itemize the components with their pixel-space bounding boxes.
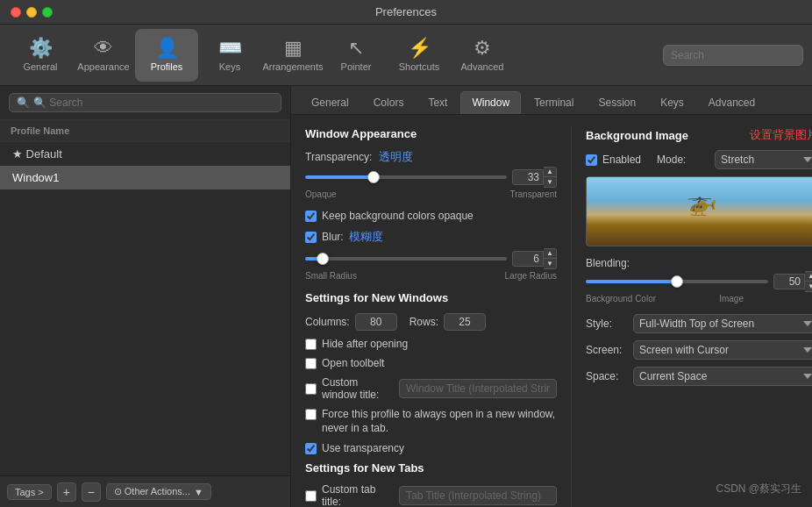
toolbar-item-keys[interactable]: ⌨️ Keys bbox=[198, 29, 261, 82]
toolbar-item-pointer[interactable]: ↖ Pointer bbox=[324, 29, 388, 82]
sidebar-search-input[interactable] bbox=[33, 96, 274, 109]
bg-enabled-label: Enabled bbox=[602, 154, 641, 166]
bg-enabled-checkbox[interactable] bbox=[586, 154, 597, 166]
remove-profile-button[interactable]: − bbox=[82, 482, 101, 502]
blur-value-input[interactable] bbox=[512, 251, 544, 267]
hide-after-opening-row: Hide after opening bbox=[305, 338, 557, 350]
window-appearance-title: Window Appearance bbox=[305, 127, 557, 140]
tab-window[interactable]: Window bbox=[460, 91, 521, 114]
transparency-value-input[interactable] bbox=[512, 169, 544, 185]
close-button[interactable] bbox=[11, 7, 21, 18]
blending-slider[interactable] bbox=[586, 280, 768, 283]
main: 🔍 Profile Name ★ Default Window1 Tags > … bbox=[0, 86, 812, 507]
toolbar-label-appearance: Appearance bbox=[77, 61, 129, 72]
blending-stepper: ▲ ▼ bbox=[805, 271, 812, 292]
blending-slider-wrap: ▲ ▼ bbox=[586, 271, 812, 292]
sidebar-bottom-bar: Tags > + − ⊙ Other Actions... ▼ bbox=[0, 475, 290, 507]
space-select[interactable]: Current Space All Spaces bbox=[633, 367, 812, 386]
screen-select[interactable]: Screen with Cursor Screen with Mouse Mai… bbox=[633, 340, 812, 360]
columns-input[interactable] bbox=[355, 313, 397, 331]
rows-label: Rows: bbox=[410, 316, 438, 328]
tab-terminal[interactable]: Terminal bbox=[523, 91, 585, 114]
blur-stepper: ▲ ▼ bbox=[544, 248, 557, 269]
force-new-window-label: Force this profile to always open in a n… bbox=[322, 408, 557, 435]
blur-step-down[interactable]: ▼ bbox=[544, 259, 556, 268]
shortcuts-icon: ⚡ bbox=[408, 39, 431, 58]
tab-bar: General Colors Text Window Terminal Sess… bbox=[291, 86, 812, 115]
custom-window-title-row: Custom window title: bbox=[305, 376, 557, 401]
custom-window-title-input[interactable] bbox=[399, 379, 557, 398]
style-select[interactable]: Full-Width Top of Screen Normal No Title… bbox=[633, 314, 812, 333]
toolbar-item-appearance[interactable]: 👁 Appearance bbox=[72, 29, 135, 82]
blur-checkbox-row: Blur: 模糊度 bbox=[305, 229, 557, 245]
blending-step-down[interactable]: ▼ bbox=[805, 282, 812, 291]
profiles-icon: 👤 bbox=[155, 39, 179, 58]
use-transparency-checkbox[interactable] bbox=[305, 443, 317, 454]
list-item-window1[interactable]: Window1 bbox=[0, 166, 290, 189]
open-toolbelt-row: Open toolbelt bbox=[305, 357, 557, 369]
tab-text[interactable]: Text bbox=[417, 91, 459, 114]
force-new-window-checkbox[interactable] bbox=[305, 409, 317, 420]
blending-value-input[interactable] bbox=[773, 274, 805, 289]
hide-after-opening-checkbox[interactable] bbox=[305, 339, 317, 350]
toolbar-item-general[interactable]: ⚙️ General bbox=[9, 29, 72, 82]
other-actions-button[interactable]: ⊙ Other Actions... ▼ bbox=[106, 483, 211, 500]
minimize-button[interactable] bbox=[26, 7, 37, 18]
custom-tab-title-checkbox[interactable] bbox=[305, 490, 317, 502]
mode-select[interactable]: Stretch Tile Aspect Fill bbox=[715, 150, 812, 169]
screen-label: Screen: bbox=[586, 344, 628, 356]
open-toolbelt-checkbox[interactable] bbox=[305, 358, 317, 369]
toolbar-item-profiles[interactable]: 👤 Profiles bbox=[135, 29, 198, 82]
traffic-lights bbox=[11, 7, 53, 18]
transparency-label: Transparency: bbox=[305, 151, 372, 163]
appearance-icon: 👁 bbox=[94, 39, 113, 58]
toolbar-label-arrangements: Arrangements bbox=[262, 61, 323, 72]
transparency-max-label: Transparent bbox=[509, 189, 557, 199]
bg-header: Background Image 设置背景图片 bbox=[586, 127, 812, 143]
sidebar: 🔍 Profile Name ★ Default Window1 Tags > … bbox=[0, 86, 291, 507]
toolbar-item-arrangements[interactable]: ▦ Arrangements bbox=[261, 29, 324, 82]
window-title: Preferences bbox=[375, 5, 437, 18]
blending-min-label: Background Color bbox=[586, 294, 656, 303]
blur-annotation: 模糊度 bbox=[349, 229, 383, 245]
rows-input[interactable] bbox=[444, 313, 486, 331]
blur-step-up[interactable]: ▲ bbox=[544, 249, 556, 259]
toolbar-label-pointer: Pointer bbox=[341, 61, 372, 72]
maximize-button[interactable] bbox=[42, 7, 53, 18]
blur-slider[interactable] bbox=[305, 257, 507, 261]
tab-advanced[interactable]: Advanced bbox=[697, 91, 766, 114]
custom-tab-title-label: Custom tab title: bbox=[322, 483, 394, 507]
force-new-window-row: Force this profile to always open in a n… bbox=[305, 408, 557, 435]
tab-colors[interactable]: Colors bbox=[362, 91, 416, 114]
custom-window-title-checkbox[interactable] bbox=[305, 383, 317, 395]
arrangements-icon: ▦ bbox=[284, 39, 303, 58]
bg-title-annotation: 设置背景图片 bbox=[750, 127, 812, 143]
other-actions-label: ⊙ Other Actions... bbox=[114, 486, 190, 497]
tab-keys[interactable]: Keys bbox=[649, 91, 695, 114]
keep-bg-opaque-checkbox[interactable] bbox=[305, 211, 317, 222]
bg-preview bbox=[586, 176, 812, 246]
tags-button[interactable]: Tags > bbox=[7, 484, 52, 500]
dropdown-icon: ▼ bbox=[194, 487, 203, 497]
general-icon: ⚙️ bbox=[29, 39, 53, 58]
toolbar-search-input[interactable] bbox=[663, 45, 803, 66]
custom-tab-title-input[interactable] bbox=[399, 486, 557, 505]
blending-step-up[interactable]: ▲ bbox=[805, 272, 812, 282]
list-item-default-label: ★ Default bbox=[12, 147, 62, 161]
blending-top: Blending: bbox=[586, 257, 812, 269]
keys-icon: ⌨️ bbox=[218, 39, 242, 58]
custom-window-title-label: Custom window title: bbox=[322, 376, 394, 401]
add-profile-button[interactable]: + bbox=[57, 482, 76, 502]
blur-checkbox[interactable] bbox=[305, 232, 317, 243]
list-item-default[interactable]: ★ Default bbox=[0, 142, 290, 166]
blending-section: Blending: ▲ ▼ Background Col bbox=[586, 257, 812, 303]
transparency-step-up[interactable]: ▲ bbox=[544, 168, 556, 177]
toolbar-item-shortcuts[interactable]: ⚡ Shortcuts bbox=[388, 29, 451, 82]
transparency-step-down[interactable]: ▼ bbox=[544, 177, 556, 187]
tab-session[interactable]: Session bbox=[587, 91, 647, 114]
columns-rows-row: Columns: Rows: bbox=[305, 313, 557, 331]
transparency-slider[interactable] bbox=[305, 175, 507, 179]
space-label: Space: bbox=[586, 370, 628, 382]
tab-general[interactable]: General bbox=[300, 91, 360, 114]
toolbar-item-advanced[interactable]: ⚙ Advanced bbox=[451, 29, 514, 82]
